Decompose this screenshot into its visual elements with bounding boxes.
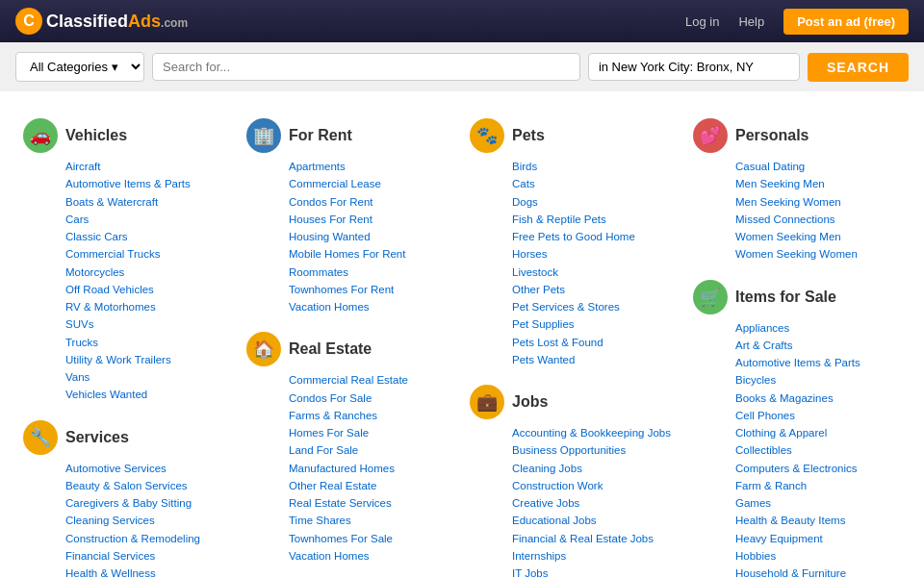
category-link[interactable]: Missed Connections [735, 214, 835, 225]
category-link[interactable]: Men Seeking Men [735, 178, 825, 189]
category-link[interactable]: Collectibles [735, 444, 792, 456]
login-link[interactable]: Log in [685, 14, 719, 29]
category-link[interactable]: Hobbies [735, 550, 776, 562]
category-link[interactable]: Business Opportunities [512, 444, 626, 456]
category-link[interactable]: Appliances [735, 322, 789, 334]
category-link[interactable]: Vacation Homes [289, 550, 370, 562]
category-link[interactable]: Condos For Sale [289, 392, 372, 404]
category-link[interactable]: SUVs [65, 318, 93, 330]
category-link[interactable]: Boats & Watercraft [65, 196, 158, 208]
category-link[interactable]: Automotive Items & Parts [735, 357, 860, 368]
list-item: Cars [65, 212, 231, 228]
category-link[interactable]: Off Road Vehicles [65, 284, 154, 295]
list-item: Business Opportunities [512, 442, 678, 459]
list-item: Townhomes For Rent [289, 282, 454, 298]
category-link[interactable]: Casual Dating [735, 161, 805, 172]
category-link[interactable]: Commercial Lease [289, 178, 381, 189]
category-link[interactable]: Women Seeking Men [735, 231, 841, 242]
pets-header: 🐾 Pets [470, 118, 678, 153]
category-link[interactable]: Houses For Rent [289, 214, 372, 225]
post-ad-button[interactable]: Post an ad (free) [783, 9, 909, 35]
category-link[interactable]: Vehicles Wanted [65, 389, 147, 400]
category-link[interactable]: Household & Furniture [735, 567, 846, 578]
category-link[interactable]: Financial & Real Estate Jobs [512, 533, 654, 544]
category-link[interactable]: Vans [65, 371, 90, 383]
category-link[interactable]: Automotive Items & Parts [65, 178, 191, 189]
category-link[interactable]: Educational Jobs [512, 515, 597, 526]
category-link[interactable]: Land For Sale [289, 444, 358, 456]
category-link[interactable]: Commercial Real Estate [289, 374, 408, 386]
help-link[interactable]: Help [738, 14, 764, 29]
category-link[interactable]: Pet Supplies [512, 318, 575, 330]
category-link[interactable]: Real Estate Services [289, 497, 392, 509]
category-link[interactable]: Farm & Ranch [735, 480, 807, 491]
category-link[interactable]: Homes For Sale [289, 427, 369, 439]
category-link[interactable]: Caregivers & Baby Sitting [65, 497, 192, 509]
category-link[interactable]: Time Shares [289, 515, 351, 526]
category-link[interactable]: Vacation Homes [289, 301, 370, 313]
category-select[interactable]: All Categories ▾ [15, 52, 144, 82]
category-link[interactable]: Pets Wanted [512, 354, 575, 365]
category-link[interactable]: Pets Lost & Found [512, 337, 603, 348]
category-link[interactable]: Other Real Estate [289, 480, 376, 491]
category-link[interactable]: Mobile Homes For Rent [289, 248, 405, 260]
category-link[interactable]: Aircraft [65, 161, 100, 172]
category-link[interactable]: Men Seeking Women [735, 196, 841, 208]
category-link[interactable]: Creative Jobs [512, 497, 579, 509]
search-button[interactable]: SEARCH [808, 53, 909, 82]
category-link[interactable]: Farms & Ranches [289, 410, 377, 421]
category-link[interactable]: Condos For Rent [289, 196, 373, 208]
category-link[interactable]: Other Pets [512, 284, 565, 295]
location-input[interactable] [588, 53, 800, 81]
category-link[interactable]: Games [735, 497, 771, 509]
category-link[interactable]: Cars [65, 214, 89, 225]
category-link[interactable]: Free Pets to Good Home [512, 231, 635, 242]
category-link[interactable]: Women Seeking Women [735, 248, 858, 260]
category-link[interactable]: Pet Services & Stores [512, 301, 620, 313]
pets-list: BirdsCatsDogsFish & Reptile PetsFree Pet… [470, 159, 678, 368]
category-link[interactable]: Cleaning Jobs [512, 463, 582, 474]
category-link[interactable]: Motorcycles [65, 266, 124, 278]
list-item: Real Estate Services [289, 495, 454, 512]
category-link[interactable]: Utility & Work Trailers [65, 354, 171, 365]
community-section: 👥 Community AnnouncementsCarpoolChurches… [239, 569, 462, 578]
category-link[interactable]: Clothing & Apparel [735, 427, 827, 439]
category-link[interactable]: Manufactured Homes [289, 463, 395, 474]
column-2: 🏢 For Rent ApartmentsCommercial LeaseCon… [239, 107, 462, 578]
category-link[interactable]: Cell Phones [735, 410, 795, 421]
category-link[interactable]: Automotive Services [65, 463, 167, 474]
category-link[interactable]: Art & Crafts [735, 339, 792, 351]
category-link[interactable]: Health & Wellness [65, 567, 156, 578]
category-link[interactable]: Housing Wanted [289, 231, 371, 242]
category-link[interactable]: Heavy Equipment [735, 533, 823, 544]
category-link[interactable]: Livestock [512, 266, 558, 278]
category-link[interactable]: Internships [512, 550, 566, 562]
category-link[interactable]: Health & Beauty Items [735, 515, 845, 526]
category-link[interactable]: Townhomes For Sale [289, 533, 393, 544]
category-link[interactable]: IT Jobs [512, 567, 549, 578]
category-link[interactable]: Roommates [289, 266, 348, 278]
category-link[interactable]: RV & Motorhomes [65, 301, 156, 313]
category-link[interactable]: Construction & Remodeling [65, 533, 200, 544]
category-link[interactable]: Dogs [512, 196, 538, 208]
category-link[interactable]: Bicycles [735, 374, 776, 386]
category-link[interactable]: Birds [512, 161, 537, 172]
category-link[interactable]: Books & Magazines [735, 392, 834, 404]
category-link[interactable]: Financial Services [65, 550, 155, 562]
category-link[interactable]: Classic Cars [65, 231, 128, 242]
category-link[interactable]: Fish & Reptile Pets [512, 214, 606, 225]
category-link[interactable]: Townhomes For Rent [289, 284, 394, 295]
category-link[interactable]: Cleaning Services [65, 515, 155, 526]
category-link[interactable]: Apartments [289, 161, 346, 172]
category-link[interactable]: Trucks [65, 337, 98, 348]
personals-title: Personals [735, 127, 808, 144]
category-link[interactable]: Beauty & Salon Services [65, 480, 188, 491]
category-link[interactable]: Construction Work [512, 480, 603, 491]
category-link[interactable]: Commercial Trucks [65, 248, 160, 260]
list-item: Condos For Sale [289, 390, 454, 407]
category-link[interactable]: Computers & Electronics [735, 463, 858, 474]
category-link[interactable]: Accounting & Bookkeeping Jobs [512, 427, 671, 439]
search-input[interactable] [152, 53, 580, 81]
category-link[interactable]: Cats [512, 178, 535, 189]
category-link[interactable]: Horses [512, 248, 547, 260]
